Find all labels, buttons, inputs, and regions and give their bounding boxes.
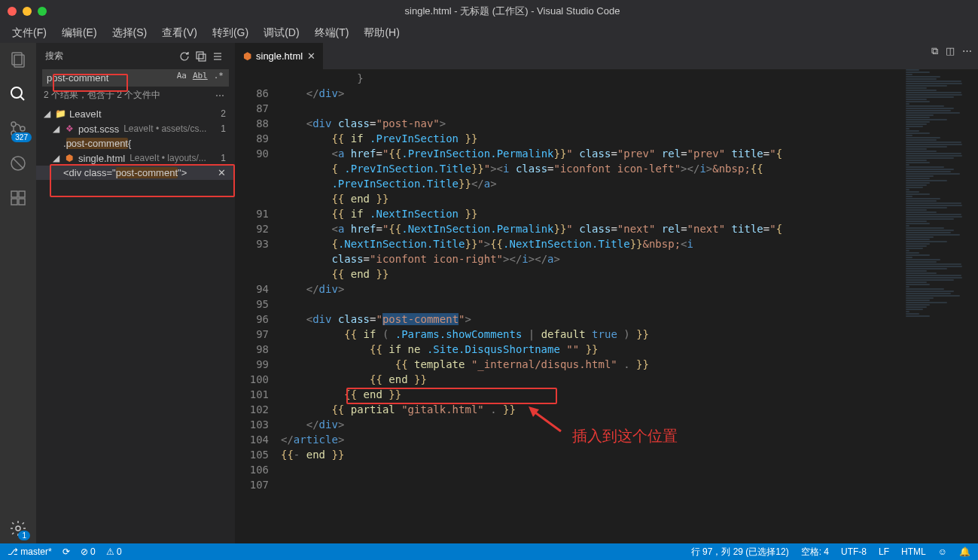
- folder-icon: 📁: [54, 108, 66, 120]
- menu-view[interactable]: 查看(V): [154, 23, 205, 43]
- regex-toggle[interactable]: .*: [212, 70, 226, 81]
- svg-rect-14: [199, 54, 206, 61]
- svg-line-19: [533, 411, 561, 431]
- encoding-indicator[interactable]: UTF-8: [841, 546, 867, 557]
- sync-icon[interactable]: ⟳: [62, 546, 70, 557]
- scm-badge: 327: [11, 132, 32, 142]
- svg-point-2: [11, 87, 22, 98]
- minimap[interactable]: [903, 69, 978, 543]
- svg-point-4: [11, 122, 16, 126]
- search-match[interactable]: .post-comment{: [36, 136, 235, 151]
- whole-word-toggle[interactable]: Abl: [190, 70, 210, 81]
- menu-file[interactable]: 文件(F): [5, 23, 54, 43]
- menu-edit[interactable]: 编辑(E): [54, 23, 105, 43]
- menu-terminal[interactable]: 终端(T): [307, 23, 357, 43]
- dismiss-match-icon[interactable]: ✕: [218, 167, 229, 178]
- close-window-button[interactable]: [8, 7, 17, 16]
- svg-rect-12: [19, 199, 25, 205]
- status-bar: ⎇ master* ⟳ ⊘ 0 ⚠ 0 行 97，列 29 (已选择12) 空格…: [0, 543, 978, 560]
- menu-debug[interactable]: 调试(D): [256, 23, 306, 43]
- folder-row[interactable]: ◢ 📁 LeaveIt 2: [36, 106, 235, 121]
- window-title: single.html - 无标题 (工作区) - Visual Studio …: [47, 5, 978, 18]
- extensions-icon[interactable]: [8, 187, 29, 208]
- menubar: 文件(F) 编辑(E) 选择(S) 查看(V) 转到(G) 调试(D) 终端(T…: [0, 23, 978, 43]
- svg-point-18: [16, 526, 20, 531]
- errors-indicator[interactable]: ⊘ 0: [81, 546, 96, 557]
- html-file-icon: ⬢: [243, 50, 251, 62]
- scss-file-icon: ❖: [63, 123, 75, 135]
- editor-tabs: ⬢ single.html ✕ ⧉ ◫ ⋯: [236, 43, 978, 69]
- menu-select[interactable]: 选择(S): [105, 23, 155, 43]
- html-file-icon: ⬢: [63, 152, 75, 164]
- warnings-indicator[interactable]: ⚠ 0: [106, 546, 122, 557]
- scm-icon[interactable]: 327: [8, 118, 29, 139]
- file-row[interactable]: ◢ ❖ post.scss LeaveIt • assets/cs... 1: [36, 121, 235, 136]
- compare-changes-icon[interactable]: ⧉: [931, 45, 938, 57]
- list-icon[interactable]: [209, 48, 226, 65]
- svg-rect-11: [11, 199, 17, 205]
- notifications-icon[interactable]: 🔔: [959, 546, 970, 557]
- tab-label: single.html: [256, 50, 303, 62]
- svg-rect-9: [11, 191, 17, 197]
- minimize-window-button[interactable]: [23, 7, 32, 16]
- code-editor[interactable]: } </div> <div class="post-nav"> {{ if .P…: [281, 69, 978, 543]
- file-row[interactable]: ◢ ⬢ single.html LeaveIt • layouts/... 1: [36, 151, 235, 166]
- case-sensitive-toggle[interactable]: Aa: [175, 70, 189, 81]
- close-tab-icon[interactable]: ✕: [307, 50, 315, 62]
- eol-indicator[interactable]: LF: [879, 546, 889, 557]
- menu-help[interactable]: 帮助(H): [356, 23, 407, 43]
- tab-single-html[interactable]: ⬢ single.html ✕: [236, 43, 323, 69]
- results-summary: 2 个结果，包含于 2 个文件中: [44, 89, 160, 102]
- search-results-tree: ◢ 📁 LeaveIt 2 ◢ ❖ post.scss LeaveIt • as…: [36, 106, 235, 180]
- explorer-icon[interactable]: [8, 49, 29, 70]
- branch-indicator[interactable]: ⎇ master*: [8, 546, 52, 557]
- collapse-all-icon[interactable]: [193, 48, 209, 65]
- svg-rect-10: [19, 191, 25, 197]
- search-sidebar: 搜索 Aa Abl .* 2 个结果，包含于 2 个文件中 ⋯ ◢ 📁 Leav…: [36, 43, 236, 543]
- more-actions-icon[interactable]: ⋯: [962, 45, 972, 57]
- search-match[interactable]: <div class="post-comment"> ✕: [36, 166, 235, 180]
- settings-gear-icon[interactable]: 1: [8, 518, 29, 539]
- search-icon[interactable]: [8, 84, 29, 105]
- cursor-position[interactable]: 行 97，列 29 (已选择12): [691, 546, 789, 558]
- indent-indicator[interactable]: 空格: 4: [801, 546, 829, 558]
- gear-badge: 1: [18, 531, 30, 540]
- svg-rect-13: [197, 52, 203, 59]
- language-mode[interactable]: HTML: [901, 546, 926, 557]
- svg-line-8: [13, 158, 23, 169]
- more-menu-icon[interactable]: ⋯: [215, 90, 226, 101]
- activity-bar: 327: [0, 43, 36, 543]
- svg-line-3: [20, 96, 24, 100]
- svg-point-6: [20, 126, 25, 131]
- line-gutter: 8687888990 919293 9495969798991001011021…: [236, 69, 281, 543]
- annotation-text: 插入到这个位置: [572, 426, 678, 446]
- annotation-arrow-icon: [527, 405, 565, 437]
- debug-icon[interactable]: [8, 153, 29, 174]
- refresh-icon[interactable]: [176, 48, 193, 65]
- maximize-window-button[interactable]: [38, 7, 47, 16]
- menu-go[interactable]: 转到(G): [205, 23, 256, 43]
- titlebar: single.html - 无标题 (工作区) - Visual Studio …: [0, 0, 978, 23]
- feedback-icon[interactable]: ☺: [938, 546, 947, 557]
- sidebar-title: 搜索: [45, 50, 176, 62]
- editor-area: ⬢ single.html ✕ ⧉ ◫ ⋯ 8687888990 919293 …: [236, 43, 978, 543]
- window-controls: [8, 7, 47, 16]
- split-editor-icon[interactable]: ◫: [946, 45, 955, 57]
